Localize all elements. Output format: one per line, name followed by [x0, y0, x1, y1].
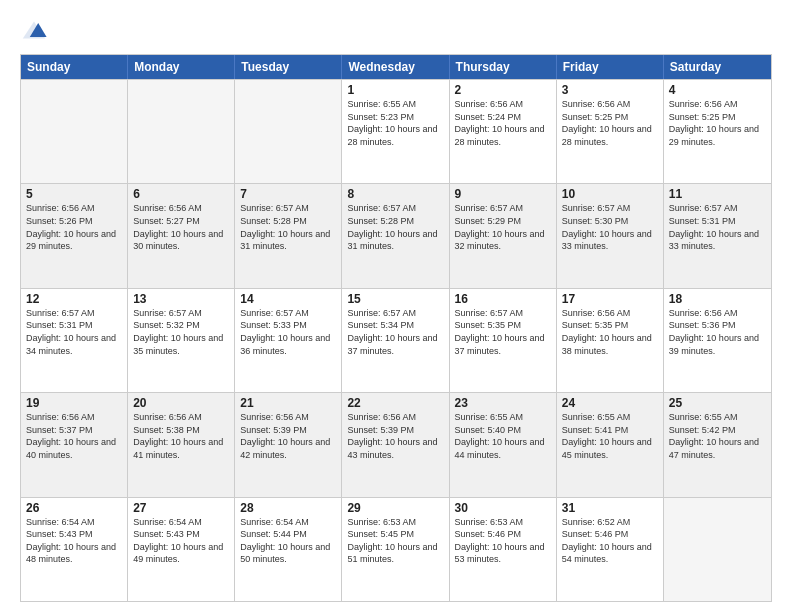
day-info: Sunrise: 6:57 AMSunset: 5:30 PMDaylight:…	[562, 202, 658, 252]
cal-week-5: 26Sunrise: 6:54 AMSunset: 5:43 PMDayligh…	[21, 497, 771, 601]
day-number: 21	[240, 396, 336, 410]
cal-cell-day-15: 15Sunrise: 6:57 AMSunset: 5:34 PMDayligh…	[342, 289, 449, 392]
cal-cell-day-13: 13Sunrise: 6:57 AMSunset: 5:32 PMDayligh…	[128, 289, 235, 392]
cal-cell-day-14: 14Sunrise: 6:57 AMSunset: 5:33 PMDayligh…	[235, 289, 342, 392]
cal-cell-day-4: 4Sunrise: 6:56 AMSunset: 5:25 PMDaylight…	[664, 80, 771, 183]
day-info: Sunrise: 6:57 AMSunset: 5:32 PMDaylight:…	[133, 307, 229, 357]
day-number: 20	[133, 396, 229, 410]
cal-header-wednesday: Wednesday	[342, 55, 449, 79]
cal-cell-day-5: 5Sunrise: 6:56 AMSunset: 5:26 PMDaylight…	[21, 184, 128, 287]
cal-week-4: 19Sunrise: 6:56 AMSunset: 5:37 PMDayligh…	[21, 392, 771, 496]
day-number: 8	[347, 187, 443, 201]
day-info: Sunrise: 6:52 AMSunset: 5:46 PMDaylight:…	[562, 516, 658, 566]
cal-cell-day-21: 21Sunrise: 6:56 AMSunset: 5:39 PMDayligh…	[235, 393, 342, 496]
cal-cell-empty	[128, 80, 235, 183]
day-number: 12	[26, 292, 122, 306]
day-info: Sunrise: 6:53 AMSunset: 5:46 PMDaylight:…	[455, 516, 551, 566]
day-number: 18	[669, 292, 766, 306]
cal-header-friday: Friday	[557, 55, 664, 79]
day-info: Sunrise: 6:53 AMSunset: 5:45 PMDaylight:…	[347, 516, 443, 566]
day-info: Sunrise: 6:56 AMSunset: 5:37 PMDaylight:…	[26, 411, 122, 461]
day-number: 11	[669, 187, 766, 201]
cal-cell-empty	[21, 80, 128, 183]
day-info: Sunrise: 6:57 AMSunset: 5:35 PMDaylight:…	[455, 307, 551, 357]
cal-header-thursday: Thursday	[450, 55, 557, 79]
day-info: Sunrise: 6:57 AMSunset: 5:31 PMDaylight:…	[669, 202, 766, 252]
cal-cell-day-16: 16Sunrise: 6:57 AMSunset: 5:35 PMDayligh…	[450, 289, 557, 392]
day-info: Sunrise: 6:56 AMSunset: 5:36 PMDaylight:…	[669, 307, 766, 357]
day-number: 10	[562, 187, 658, 201]
calendar-body: 1Sunrise: 6:55 AMSunset: 5:23 PMDaylight…	[21, 79, 771, 601]
day-info: Sunrise: 6:56 AMSunset: 5:27 PMDaylight:…	[133, 202, 229, 252]
day-number: 9	[455, 187, 551, 201]
cal-header-sunday: Sunday	[21, 55, 128, 79]
calendar: SundayMondayTuesdayWednesdayThursdayFrid…	[20, 54, 772, 602]
header	[20, 16, 772, 44]
cal-header-monday: Monday	[128, 55, 235, 79]
day-number: 15	[347, 292, 443, 306]
day-info: Sunrise: 6:56 AMSunset: 5:26 PMDaylight:…	[26, 202, 122, 252]
cal-cell-day-31: 31Sunrise: 6:52 AMSunset: 5:46 PMDayligh…	[557, 498, 664, 601]
cal-week-1: 1Sunrise: 6:55 AMSunset: 5:23 PMDaylight…	[21, 79, 771, 183]
day-number: 28	[240, 501, 336, 515]
cal-cell-day-27: 27Sunrise: 6:54 AMSunset: 5:43 PMDayligh…	[128, 498, 235, 601]
day-info: Sunrise: 6:56 AMSunset: 5:38 PMDaylight:…	[133, 411, 229, 461]
cal-cell-empty	[235, 80, 342, 183]
cal-cell-day-7: 7Sunrise: 6:57 AMSunset: 5:28 PMDaylight…	[235, 184, 342, 287]
day-number: 24	[562, 396, 658, 410]
day-info: Sunrise: 6:57 AMSunset: 5:28 PMDaylight:…	[347, 202, 443, 252]
cal-cell-day-17: 17Sunrise: 6:56 AMSunset: 5:35 PMDayligh…	[557, 289, 664, 392]
day-info: Sunrise: 6:55 AMSunset: 5:23 PMDaylight:…	[347, 98, 443, 148]
day-info: Sunrise: 6:56 AMSunset: 5:39 PMDaylight:…	[347, 411, 443, 461]
day-info: Sunrise: 6:57 AMSunset: 5:28 PMDaylight:…	[240, 202, 336, 252]
day-number: 7	[240, 187, 336, 201]
cal-cell-day-8: 8Sunrise: 6:57 AMSunset: 5:28 PMDaylight…	[342, 184, 449, 287]
day-number: 16	[455, 292, 551, 306]
logo	[20, 16, 52, 44]
day-number: 1	[347, 83, 443, 97]
day-number: 6	[133, 187, 229, 201]
day-info: Sunrise: 6:56 AMSunset: 5:25 PMDaylight:…	[562, 98, 658, 148]
cal-cell-day-6: 6Sunrise: 6:56 AMSunset: 5:27 PMDaylight…	[128, 184, 235, 287]
cal-cell-day-19: 19Sunrise: 6:56 AMSunset: 5:37 PMDayligh…	[21, 393, 128, 496]
cal-cell-day-24: 24Sunrise: 6:55 AMSunset: 5:41 PMDayligh…	[557, 393, 664, 496]
cal-cell-day-22: 22Sunrise: 6:56 AMSunset: 5:39 PMDayligh…	[342, 393, 449, 496]
day-number: 19	[26, 396, 122, 410]
logo-icon	[20, 16, 48, 44]
page: SundayMondayTuesdayWednesdayThursdayFrid…	[0, 0, 792, 612]
day-number: 30	[455, 501, 551, 515]
day-info: Sunrise: 6:54 AMSunset: 5:43 PMDaylight:…	[26, 516, 122, 566]
cal-cell-empty	[664, 498, 771, 601]
cal-cell-day-20: 20Sunrise: 6:56 AMSunset: 5:38 PMDayligh…	[128, 393, 235, 496]
day-number: 31	[562, 501, 658, 515]
cal-cell-day-28: 28Sunrise: 6:54 AMSunset: 5:44 PMDayligh…	[235, 498, 342, 601]
cal-cell-day-26: 26Sunrise: 6:54 AMSunset: 5:43 PMDayligh…	[21, 498, 128, 601]
day-number: 13	[133, 292, 229, 306]
cal-cell-day-2: 2Sunrise: 6:56 AMSunset: 5:24 PMDaylight…	[450, 80, 557, 183]
day-number: 2	[455, 83, 551, 97]
day-info: Sunrise: 6:57 AMSunset: 5:29 PMDaylight:…	[455, 202, 551, 252]
cal-header-saturday: Saturday	[664, 55, 771, 79]
day-info: Sunrise: 6:56 AMSunset: 5:25 PMDaylight:…	[669, 98, 766, 148]
cal-cell-day-11: 11Sunrise: 6:57 AMSunset: 5:31 PMDayligh…	[664, 184, 771, 287]
day-info: Sunrise: 6:54 AMSunset: 5:44 PMDaylight:…	[240, 516, 336, 566]
cal-cell-day-3: 3Sunrise: 6:56 AMSunset: 5:25 PMDaylight…	[557, 80, 664, 183]
day-info: Sunrise: 6:57 AMSunset: 5:34 PMDaylight:…	[347, 307, 443, 357]
cal-header-tuesday: Tuesday	[235, 55, 342, 79]
day-info: Sunrise: 6:55 AMSunset: 5:42 PMDaylight:…	[669, 411, 766, 461]
day-number: 22	[347, 396, 443, 410]
cal-cell-day-9: 9Sunrise: 6:57 AMSunset: 5:29 PMDaylight…	[450, 184, 557, 287]
day-number: 26	[26, 501, 122, 515]
cal-week-3: 12Sunrise: 6:57 AMSunset: 5:31 PMDayligh…	[21, 288, 771, 392]
cal-week-2: 5Sunrise: 6:56 AMSunset: 5:26 PMDaylight…	[21, 183, 771, 287]
day-info: Sunrise: 6:56 AMSunset: 5:35 PMDaylight:…	[562, 307, 658, 357]
day-info: Sunrise: 6:56 AMSunset: 5:24 PMDaylight:…	[455, 98, 551, 148]
day-info: Sunrise: 6:57 AMSunset: 5:33 PMDaylight:…	[240, 307, 336, 357]
day-info: Sunrise: 6:54 AMSunset: 5:43 PMDaylight:…	[133, 516, 229, 566]
cal-cell-day-10: 10Sunrise: 6:57 AMSunset: 5:30 PMDayligh…	[557, 184, 664, 287]
calendar-header-row: SundayMondayTuesdayWednesdayThursdayFrid…	[21, 55, 771, 79]
cal-cell-day-25: 25Sunrise: 6:55 AMSunset: 5:42 PMDayligh…	[664, 393, 771, 496]
cal-cell-day-1: 1Sunrise: 6:55 AMSunset: 5:23 PMDaylight…	[342, 80, 449, 183]
day-info: Sunrise: 6:56 AMSunset: 5:39 PMDaylight:…	[240, 411, 336, 461]
day-number: 5	[26, 187, 122, 201]
